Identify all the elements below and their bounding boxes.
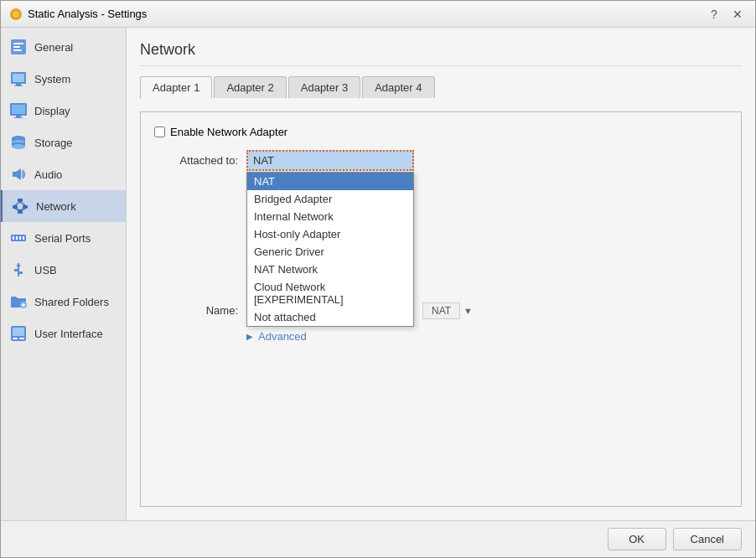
enable-network-checkbox[interactable]: [154, 127, 165, 137]
title-bar: Static Analysis - Settings ? ✕: [1, 1, 755, 28]
advanced-label: Advanced: [258, 330, 307, 343]
sidebar-label-user-interface: User Interface: [34, 328, 103, 340]
dropdown-item-host-only[interactable]: Host-only Adapter: [247, 225, 413, 243]
svg-rect-7: [13, 74, 24, 82]
svg-rect-19: [13, 172, 16, 177]
display-icon: [9, 101, 28, 120]
usb-icon: [9, 261, 28, 279]
sidebar-item-network[interactable]: Network: [1, 190, 126, 222]
svg-rect-30: [13, 236, 14, 240]
dropdown-item-nat[interactable]: NAT: [247, 173, 413, 190]
user-interface-icon: [9, 324, 28, 343]
tab-content: Enable Network Adapter Attached to: NAT …: [140, 111, 742, 507]
svg-rect-44: [19, 338, 24, 339]
svg-rect-5: [13, 49, 22, 51]
svg-line-26: [20, 202, 25, 205]
bottom-bar: OK Cancel: [1, 520, 755, 557]
tab-adapter2[interactable]: Adapter 2: [214, 76, 286, 98]
name-label: Name:: [154, 304, 238, 317]
settings-window: Static Analysis - Settings ? ✕ General: [0, 0, 756, 558]
svg-rect-43: [13, 338, 18, 339]
attached-to-dropdown-wrapper: NAT Bridged Adapter Internal Network Hos…: [246, 150, 414, 171]
tab-adapter1[interactable]: Adapter 1: [140, 76, 212, 99]
enable-checkbox-row: Enable Network Adapter: [154, 126, 728, 138]
sidebar-label-audio: Audio: [34, 168, 62, 181]
svg-line-28: [20, 209, 25, 210]
help-button[interactable]: ?: [705, 5, 723, 23]
title-bar-left: Static Analysis - Settings: [9, 8, 147, 21]
dropdown-menu: NAT Bridged Adapter Internal Network Hos…: [246, 172, 414, 327]
sidebar-item-storage[interactable]: Storage: [1, 127, 126, 158]
page-title: Network: [140, 41, 742, 66]
main-content: Network Adapter 1 Adapter 2 Adapter 3 Ad…: [127, 28, 755, 520]
sidebar-item-shared-folders[interactable]: Shared Folders: [1, 286, 126, 318]
svg-rect-21: [18, 199, 23, 202]
enable-checkbox-label: Enable Network Adapter: [170, 126, 287, 138]
general-icon: [9, 38, 28, 56]
sidebar-label-storage: Storage: [34, 137, 73, 149]
audio-icon: [9, 165, 28, 183]
svg-rect-9: [14, 85, 23, 86]
svg-rect-31: [16, 236, 18, 240]
advanced-row[interactable]: ▶ Advanced: [246, 330, 728, 343]
svg-rect-11: [12, 105, 25, 114]
sidebar-item-user-interface[interactable]: User Interface: [1, 318, 126, 349]
svg-rect-23: [23, 205, 28, 209]
tab-adapter3[interactable]: Adapter 3: [288, 76, 360, 98]
svg-point-1: [13, 11, 19, 18]
dropdown-item-generic[interactable]: Generic Driver: [247, 243, 413, 261]
system-icon: [9, 70, 28, 88]
ok-button[interactable]: OK: [608, 528, 666, 550]
svg-rect-33: [23, 236, 24, 240]
svg-point-18: [12, 144, 25, 149]
sidebar-item-audio[interactable]: Audio: [1, 158, 126, 190]
svg-rect-8: [16, 84, 21, 85]
attached-to-select-wrapper: NAT Bridged Adapter Internal Network Hos…: [246, 150, 414, 171]
dropdown-item-cloud[interactable]: Cloud Network [EXPERIMENTAL]: [247, 278, 413, 308]
attached-to-select[interactable]: NAT Bridged Adapter Internal Network Hos…: [246, 150, 414, 171]
name-row: Name: NAT ▼: [154, 301, 728, 320]
close-button[interactable]: ✕: [728, 5, 747, 23]
svg-rect-42: [13, 328, 24, 336]
cancel-button[interactable]: Cancel: [673, 528, 742, 550]
svg-line-27: [15, 209, 20, 210]
svg-rect-12: [16, 116, 21, 117]
tab-adapter4[interactable]: Adapter 4: [362, 76, 434, 98]
sidebar-label-general: General: [34, 41, 73, 54]
app-icon: [9, 8, 23, 21]
svg-line-25: [15, 202, 20, 205]
window-title: Static Analysis - Settings: [28, 8, 147, 20]
name-suffix: NAT: [422, 302, 460, 319]
svg-rect-36: [14, 269, 18, 271]
sidebar-label-system: System: [34, 73, 70, 85]
advanced-arrow-icon: ▶: [246, 332, 253, 341]
network-icon: [11, 197, 29, 215]
name-dropdown-arrow: ▼: [463, 306, 473, 316]
sidebar-item-usb[interactable]: USB: [1, 254, 126, 286]
sidebar-label-usb: USB: [34, 264, 57, 276]
storage-icon: [9, 133, 28, 152]
svg-rect-37: [19, 271, 23, 274]
attached-to-label: Attached to:: [154, 154, 238, 167]
dropdown-item-bridged[interactable]: Bridged Adapter: [247, 190, 413, 208]
svg-marker-20: [16, 168, 21, 180]
sidebar-item-general[interactable]: General: [1, 31, 126, 63]
svg-rect-24: [18, 210, 23, 214]
attached-to-row: Attached to: NAT Bridged Adapter Interna…: [154, 150, 728, 171]
dropdown-item-nat-network[interactable]: NAT Network: [247, 261, 413, 278]
shared-folders-icon: [9, 292, 28, 311]
sidebar-item-system[interactable]: System: [1, 63, 126, 95]
svg-rect-22: [13, 205, 18, 209]
dropdown-item-not-attached[interactable]: Not attached: [247, 308, 413, 326]
svg-rect-13: [14, 117, 23, 118]
sidebar-label-serial-ports: Serial Ports: [34, 232, 91, 245]
title-bar-controls: ? ✕: [705, 5, 747, 23]
svg-rect-32: [19, 236, 21, 240]
dropdown-item-internal[interactable]: Internal Network: [247, 208, 413, 225]
sidebar-item-display[interactable]: Display: [1, 95, 126, 127]
sidebar-label-display: Display: [34, 105, 70, 117]
sidebar-item-serial-ports[interactable]: Serial Ports: [1, 222, 126, 254]
sidebar-label-network: Network: [36, 200, 76, 213]
window-body: General System Dis: [1, 28, 755, 520]
svg-rect-4: [13, 46, 20, 48]
